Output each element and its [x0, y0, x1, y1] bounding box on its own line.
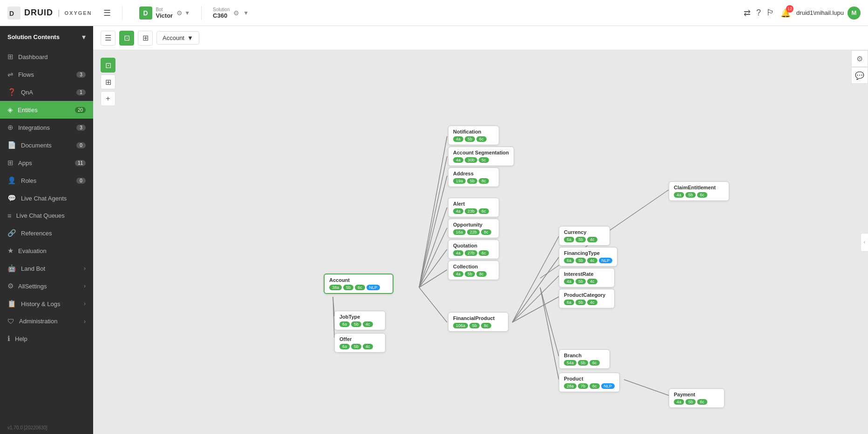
svg-line-11	[419, 287, 447, 322]
entity-quotation[interactable]: Quotation 4a 27b 6c	[448, 240, 499, 259]
view-dropdown[interactable]: Account ▼	[156, 31, 199, 45]
entity-account-segmentation[interactable]: Account Segmentation 4a 30b 5c	[448, 147, 514, 166]
entity-currency-badges: 6a 5b 4c	[564, 237, 605, 242]
flows-badge: 3	[76, 72, 86, 78]
diagram-add-tool[interactable]: +	[101, 91, 115, 106]
sidebar-item-integrations[interactable]: ⊕ Integrations 3	[0, 119, 93, 136]
sidebar-item-live-chat-queues[interactable]: ≡ Live Chat Queues	[0, 207, 93, 224]
entity-collection-title: Collection	[453, 264, 494, 269]
sidebar-label-qna: QnA	[21, 89, 33, 96]
share-icon[interactable]: ⇄	[744, 8, 751, 18]
toolbar-menu-icon[interactable]: ☰	[101, 31, 115, 46]
sidebar-header[interactable]: Solution Contents ▾	[0, 26, 93, 48]
entity-interest-rate-title: InterestRate	[564, 271, 610, 277]
sidebar-item-dashboard[interactable]: ⊞ Dashboard	[0, 48, 93, 66]
entity-branch[interactable]: Branch 54a 5b 6c	[559, 349, 610, 369]
sidebar-item-flows[interactable]: ⇌ Flows 3	[0, 66, 93, 83]
diagram-canvas[interactable]: ⊡ ⊞ + ⚙ 💬 ‹	[93, 50, 868, 434]
sidebar-label-flows: Flows	[18, 71, 34, 78]
entity-notification[interactable]: Notification 4a 5b 6c	[448, 126, 499, 145]
entity-offer[interactable]: Offer 6a 5b 4c	[334, 333, 386, 353]
entity-payment[interactable]: Payment 4a 5b 6c	[669, 388, 725, 408]
druid-logo-text: DRUID	[24, 8, 53, 18]
all-settings-icon: ⚙	[7, 282, 14, 290]
entity-interest-rate[interactable]: InterestRate 4a 5b 4c	[559, 268, 615, 287]
entity-product[interactable]: Product 28a 7b 6c NLP	[559, 373, 620, 392]
sidebar-label-administration: Administration	[19, 318, 57, 325]
sidebar-item-administration[interactable]: 🛡 Administration ›	[0, 313, 93, 330]
toolbar-fit-icon[interactable]: ⊡	[119, 31, 134, 46]
right-panel-settings-icon[interactable]: ⚙	[851, 50, 868, 67]
sidebar-label-history-logs: History & Logs	[21, 300, 61, 307]
entity-offer-title: Offer	[339, 336, 380, 342]
solution-label: Solution	[213, 7, 230, 12]
svg-line-3	[419, 156, 447, 287]
view-dropdown-chevron-icon: ▼	[187, 34, 193, 41]
entity-financing-type-badges: 6a 5b 4c NLP	[564, 258, 612, 263]
entity-financial-product[interactable]: FinancialProduct 106a 5b 8c	[448, 312, 509, 332]
entity-opportunity-badges: 16a 22b 8c	[453, 229, 494, 235]
sidebar-item-history-logs[interactable]: 📋 History & Logs ›	[0, 295, 93, 313]
dashboard-icon: ⊞	[7, 53, 14, 61]
entity-claim-entitlement[interactable]: ClaimEntitlement 4a 5b 6c	[669, 181, 729, 201]
entity-job-type[interactable]: JobType 6a 5b 4c	[334, 311, 386, 330]
sidebar-item-entities[interactable]: ◈ Entities 20	[0, 101, 93, 119]
entity-branch-badges: 54a 5b 6c	[564, 360, 605, 366]
svg-line-5	[419, 207, 447, 287]
svg-line-6	[419, 228, 447, 287]
sidebar-item-help[interactable]: ℹ Help	[0, 330, 93, 347]
app-header: D DRUID | OXYGEN ☰ D Bot Victor ⚙ ▼ Solu…	[0, 0, 868, 26]
sidebar-label-live-chat-agents: Live Chat Agents	[21, 195, 67, 202]
roles-icon: 👤	[7, 176, 16, 185]
user-info[interactable]: druid1\mihail.lupu M	[796, 7, 861, 20]
svg-line-8	[419, 270, 447, 287]
entity-address[interactable]: Address 19a 5b 8c	[448, 167, 499, 187]
right-panel-expand[interactable]: ‹	[861, 233, 868, 252]
land-bot-arrow-icon: ›	[84, 265, 86, 272]
entity-financing-type[interactable]: FinancingType 6a 5b 4c NLP	[559, 247, 617, 267]
integrations-badge: 3	[76, 125, 86, 131]
sidebar-item-live-chat-agents[interactable]: 💬 Live Chat Agents	[0, 189, 93, 207]
entity-alert[interactable]: Alert 4a 23b 6c	[448, 198, 499, 217]
entity-notification-title: Notification	[453, 129, 494, 134]
header-right: ⇄ ? 🏳 🔔 12 druid1\mihail.lupu M	[744, 7, 861, 20]
right-panel-chat-icon[interactable]: 💬	[851, 67, 868, 84]
entity-collection[interactable]: Collection 4a 5b 8c	[448, 260, 499, 280]
sidebar-item-evaluation[interactable]: ★ Evaluation	[0, 242, 93, 260]
sidebar-item-documents[interactable]: 📄 Documents 0	[0, 136, 93, 154]
notifications[interactable]: 🔔 12	[780, 8, 791, 18]
solution-chevron-down-icon[interactable]: ▼	[243, 10, 249, 16]
solution-settings-icon[interactable]: ⚙	[233, 9, 239, 17]
references-icon: 🔗	[7, 229, 16, 237]
svg-line-17	[540, 287, 559, 380]
help-sidebar-icon: ℹ	[7, 334, 10, 343]
sidebar-item-qna[interactable]: ❓ QnA 1	[0, 83, 93, 101]
toolbar-layout-icon[interactable]: ⊞	[138, 31, 153, 46]
hamburger-menu-icon[interactable]: ☰	[103, 8, 111, 18]
entity-account[interactable]: Account 38a 5b 6c NLP	[324, 274, 393, 294]
entity-financial-product-title: FinancialProduct	[453, 315, 503, 321]
sidebar-item-roles[interactable]: 👤 Roles 0	[0, 172, 93, 189]
bot-settings-icon[interactable]: ⚙	[176, 9, 183, 17]
entity-account-segmentation-badges: 4a 30b 5c	[453, 157, 509, 163]
language-flag-icon[interactable]: 🏳	[766, 8, 775, 18]
integrations-icon: ⊕	[7, 123, 14, 132]
svg-line-12	[512, 236, 559, 322]
sidebar-item-apps[interactable]: ⊞ Apps 11	[0, 154, 93, 172]
bot-chevron-down-icon[interactable]: ▼	[184, 10, 190, 16]
svg-line-7	[419, 249, 447, 287]
entity-product-category[interactable]: ProductCategory 6a 5b 4c	[559, 289, 615, 308]
view-dropdown-label: Account	[163, 34, 184, 41]
entity-product-title: Product	[564, 376, 615, 381]
entity-product-category-badges: 6a 5b 4c	[564, 300, 610, 305]
help-icon[interactable]: ?	[756, 8, 761, 18]
diagram-select-tool[interactable]: ⊡	[101, 58, 115, 73]
entity-opportunity[interactable]: Opportunity 16a 22b 8c	[448, 219, 499, 238]
sidebar-item-references[interactable]: 🔗 References	[0, 224, 93, 242]
diagram-layout-tool[interactable]: ⊞	[101, 74, 115, 89]
entity-currency[interactable]: Currency 6a 5b 4c	[559, 226, 610, 246]
sidebar-label-live-chat-queues: Live Chat Queues	[16, 212, 65, 219]
sidebar-item-all-settings[interactable]: ⚙ AllSettings ›	[0, 277, 93, 295]
sidebar-item-land-bot[interactable]: 🤖 Land Bot ›	[0, 260, 93, 277]
flows-icon: ⇌	[7, 70, 14, 79]
